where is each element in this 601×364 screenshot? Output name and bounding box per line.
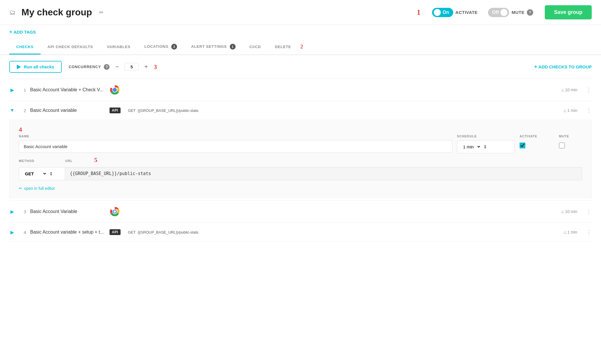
- check-interval: △ 10 min: [561, 209, 577, 214]
- expand-icon[interactable]: ▼: [9, 108, 15, 113]
- concurrency-help-icon[interactable]: ?: [104, 64, 110, 70]
- tab-badge-2: 2: [300, 44, 303, 50]
- tab-api-check-defaults[interactable]: API CHECK DEFAULTS: [41, 40, 100, 54]
- run-all-checks-button[interactable]: Run all checks: [9, 61, 62, 73]
- more-options-icon[interactable]: ⋮: [586, 208, 592, 215]
- check-number: 3: [19, 209, 26, 214]
- concurrency-section: CONCURRENCY ? − 5 + 3: [69, 62, 157, 72]
- activate-col-label: ACTIVATE: [520, 134, 554, 138]
- mute-help-icon[interactable]: ?: [527, 9, 533, 16]
- alert-settings-badge: 1: [230, 44, 236, 50]
- schedule-select[interactable]: 1 min 5 min 10 min 30 min ⇕: [457, 140, 515, 153]
- check-name: Basic Account Variable + Check V...: [30, 87, 105, 92]
- check-method: GET {{GROUP_BASE_URL}}/public-stats: [128, 230, 198, 234]
- checks-list: ▶ 1 Basic Account Variable + Check V...: [0, 79, 601, 242]
- interval-icon: △: [564, 230, 566, 234]
- check-number: 4: [19, 230, 26, 235]
- more-options-icon[interactable]: ⋮: [586, 229, 592, 236]
- mute-section: Off MUTE ?: [488, 8, 533, 17]
- expand-icon[interactable]: ▶: [9, 87, 15, 93]
- locations-badge: 2: [171, 44, 177, 50]
- save-group-button[interactable]: Save group: [545, 5, 592, 19]
- browser-icon: [110, 85, 120, 95]
- add-tags-link[interactable]: ADD TAGS: [9, 29, 592, 35]
- table-row: ▶ 4 Basic Account variable + setup + t..…: [9, 223, 592, 242]
- run-all-label: Run all checks: [24, 64, 54, 69]
- mute-toggle[interactable]: Off: [488, 8, 509, 17]
- detail-badge-5: 5: [94, 156, 97, 164]
- run-icon: [17, 65, 21, 69]
- pencil-icon: ✏: [19, 186, 22, 191]
- mute-knob: [500, 9, 507, 16]
- api-badge: API: [110, 108, 121, 113]
- check-interval: △ 1 min: [564, 230, 577, 234]
- check-detail-panel: 4 NAME SCHEDULE 1 min 5 min 10 min 30 mi…: [9, 120, 592, 198]
- folder-icon: 🗂: [9, 9, 16, 16]
- tab-variables[interactable]: VARIABLES: [100, 40, 137, 54]
- tab-ci-cd[interactable]: CI/CD: [243, 40, 268, 54]
- edit-icon[interactable]: ✏: [99, 9, 103, 16]
- activate-toggle-section: On ACTIVATE: [432, 8, 478, 17]
- mute-checkbox[interactable]: [559, 143, 565, 148]
- page-title: My check group: [21, 7, 92, 18]
- activate-field-group: ACTIVATE: [520, 134, 554, 149]
- detail-badge-4: 4: [19, 126, 22, 133]
- check-name-input[interactable]: [19, 140, 452, 153]
- api-badge: API: [110, 229, 121, 235]
- header-badge-1: 1: [417, 8, 420, 17]
- method-select-arrow: ⇕: [49, 171, 53, 176]
- app-container: 🗂 My check group ✏ 1 On ACTIVATE Off MUT…: [0, 0, 601, 364]
- method-label: METHOD: [19, 159, 65, 163]
- check-interval: △ 10 min: [561, 88, 577, 92]
- toggle-knob: [434, 9, 441, 16]
- add-tags-section: ADD TAGS: [0, 25, 601, 39]
- mute-label: MUTE: [511, 10, 524, 15]
- concurrency-label: CONCURRENCY: [69, 65, 101, 69]
- concurrency-decrease-button[interactable]: −: [112, 62, 122, 72]
- more-options-icon[interactable]: ⋮: [586, 86, 592, 93]
- check-method: GET {{GROUP_BASE_URL}}/public-stats: [128, 108, 198, 113]
- check-name: Basic Account Variable: [30, 209, 105, 214]
- name-field-group: NAME: [19, 134, 452, 153]
- activate-toggle[interactable]: On: [432, 8, 453, 17]
- tab-delete[interactable]: DELETE: [268, 40, 298, 54]
- check-name: Basic Account variable: [30, 108, 105, 113]
- schedule-field-group: SCHEDULE 1 min 5 min 10 min 30 min ⇕: [457, 134, 515, 153]
- select-arrow-icon: ⇕: [483, 144, 487, 150]
- toolbar: Run all checks CONCURRENCY ? − 5 + 3 ADD…: [0, 55, 601, 79]
- tab-locations[interactable]: LOCATIONS 2: [137, 39, 184, 55]
- browser-icon: [110, 206, 120, 217]
- expand-icon[interactable]: ▶: [9, 209, 15, 214]
- check-name: Basic Account variable + setup + t...: [30, 230, 105, 235]
- url-input[interactable]: {{GROUP_BASE_URL}}/public-stats: [65, 167, 582, 180]
- activate-checkbox[interactable]: [520, 143, 525, 148]
- toggle-on-label: On: [442, 10, 449, 15]
- check-interval: △ 1 min: [564, 108, 577, 113]
- expand-icon[interactable]: ▶: [9, 229, 15, 235]
- more-options-icon[interactable]: ⋮: [586, 107, 592, 114]
- table-row: ▶ 1 Basic Account Variable + Check V...: [9, 79, 592, 101]
- activate-label: ACTIVATE: [456, 10, 478, 15]
- name-label: NAME: [19, 134, 452, 138]
- method-dropdown[interactable]: GET POST PUT DELETE: [24, 171, 47, 176]
- table-row: ▶ 3 Basic Account Variable △ 10 min ⋮: [9, 200, 592, 223]
- header: 🗂 My check group ✏ 1 On ACTIVATE Off MUT…: [0, 0, 601, 25]
- add-checks-to-group-link[interactable]: ADD CHECKS TO GROUP: [534, 64, 592, 70]
- interval-icon: △: [561, 210, 564, 214]
- interval-icon: △: [561, 88, 564, 92]
- check-number: 1: [19, 88, 26, 92]
- method-select[interactable]: GET POST PUT DELETE ⇕: [19, 167, 65, 180]
- method-url-section: 5 METHOD URL GET POST PUT DELETE ⇕: [19, 159, 582, 180]
- open-editor-label: open in full editor: [24, 186, 55, 191]
- mute-field-group: MUTE: [559, 134, 582, 149]
- toolbar-badge-3: 3: [154, 63, 157, 71]
- svg-point-6: [114, 210, 116, 213]
- interval-icon: △: [564, 108, 566, 112]
- open-editor-link[interactable]: ✏ open in full editor: [19, 186, 582, 191]
- tab-alert-settings[interactable]: ALERT SETTINGS 1: [184, 39, 243, 55]
- url-label: URL: [65, 159, 582, 163]
- tab-checks[interactable]: CHECKS: [9, 40, 41, 54]
- table-row: ▼ 2 Basic Account variable API GET {{GRO…: [9, 101, 592, 120]
- concurrency-increase-button[interactable]: +: [141, 62, 151, 72]
- schedule-dropdown[interactable]: 1 min 5 min 10 min 30 min: [462, 144, 481, 150]
